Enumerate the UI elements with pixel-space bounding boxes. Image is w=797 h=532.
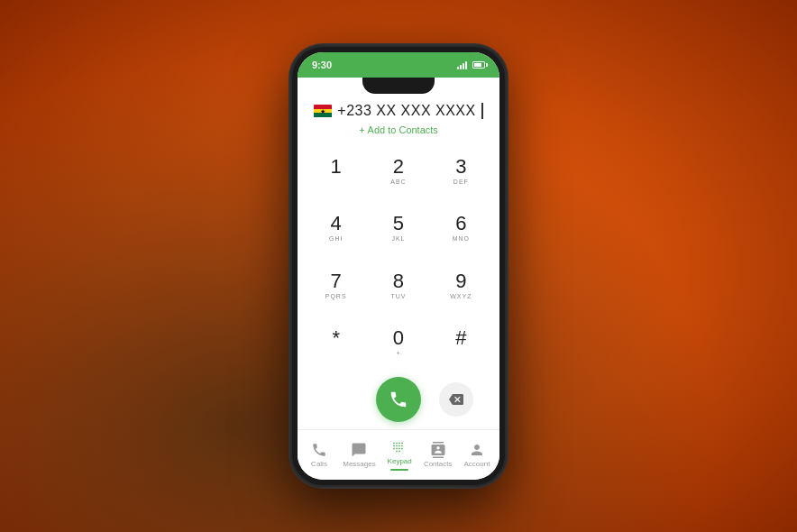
account-nav-icon <box>469 442 485 458</box>
battery-icon <box>472 61 485 69</box>
spacer <box>324 382 358 417</box>
status-bar: 9:30 <box>298 52 499 78</box>
phone-frame: 9:30 <box>290 45 507 487</box>
signal-icon <box>457 60 467 69</box>
status-time: 9:30 <box>312 60 332 70</box>
dial-key-7[interactable]: 7 PQRS <box>305 257 367 315</box>
contacts-nav-label: Contacts <box>424 460 453 468</box>
messages-nav-icon <box>351 442 367 458</box>
status-icons <box>457 60 485 69</box>
messages-nav-label: Messages <box>343 460 375 468</box>
delete-button[interactable] <box>439 382 473 417</box>
text-cursor <box>481 103 483 119</box>
action-row <box>305 371 492 429</box>
ghana-flag: ★ <box>314 105 332 117</box>
dial-key-9[interactable]: 9 WXYZ <box>430 257 492 315</box>
phone-icon <box>389 390 408 409</box>
notch <box>362 78 435 94</box>
keypad-nav-label: Keypad <box>388 457 412 465</box>
add-to-contacts-button[interactable]: + Add to Contacts <box>359 124 438 135</box>
dial-key-8[interactable]: 8 TUV <box>367 257 429 315</box>
calls-nav-label: Calls <box>311 460 327 468</box>
bottom-nav: Calls Messages Keypad <box>298 429 499 480</box>
dial-key-3[interactable]: 3 DEF <box>430 142 492 200</box>
dial-key-hash[interactable]: # <box>430 315 492 372</box>
nav-calls[interactable]: Calls <box>301 436 337 473</box>
calls-nav-icon <box>311 442 327 458</box>
dial-key-2[interactable]: 2 ABC <box>367 142 429 200</box>
dial-key-5[interactable]: 5 JKL <box>367 200 429 258</box>
keypad-nav-icon <box>391 439 408 455</box>
add-to-contacts-label: Add to Contacts <box>368 124 438 135</box>
call-button[interactable] <box>376 377 421 422</box>
dialpad-grid: 1 2 ABC 3 DEF 4 GHI <box>305 142 492 371</box>
dialpad: 1 2 ABC 3 DEF 4 GHI <box>298 139 499 429</box>
number-display: ★ +233 XX XXX XXXX <box>314 103 482 119</box>
contacts-nav-icon <box>430 442 446 458</box>
phone-container: 9:30 <box>290 45 507 487</box>
dial-key-0[interactable]: 0 + <box>367 315 429 372</box>
dial-key-4[interactable]: 4 GHI <box>305 200 367 258</box>
nav-keypad[interactable]: Keypad <box>381 434 418 476</box>
add-icon: + <box>359 124 364 135</box>
account-nav-label: Account <box>464 460 490 468</box>
nav-contacts[interactable]: Contacts <box>417 436 458 473</box>
dial-key-1[interactable]: 1 <box>305 142 367 200</box>
dial-key-6[interactable]: 6 MNO <box>430 200 492 258</box>
phone-number: +233 XX XXX XXXX <box>337 103 475 119</box>
nav-messages[interactable]: Messages <box>337 436 381 473</box>
keypad-active-indicator <box>390 469 408 471</box>
phone-screen: 9:30 <box>298 52 499 480</box>
dial-key-star[interactable]: * <box>305 315 367 372</box>
nav-account[interactable]: Account <box>458 436 496 473</box>
backspace-icon <box>449 392 463 407</box>
